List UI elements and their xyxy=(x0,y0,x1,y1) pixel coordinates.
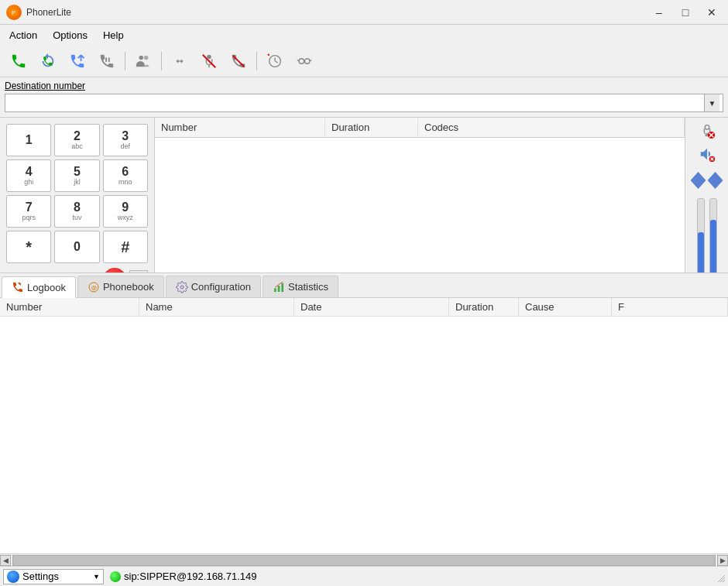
scroll-right-button[interactable]: ▶ xyxy=(717,555,728,566)
log-header-flag: F xyxy=(612,298,728,316)
dialpad-btn-8[interactable]: 8 tuv xyxy=(54,195,99,228)
vol-slider-arrows xyxy=(691,172,723,189)
resize-grip[interactable] xyxy=(714,571,725,582)
settings-dropdown[interactable]: Settings ▼ xyxy=(3,569,104,584)
tab-configuration-label: Configuration xyxy=(191,281,251,293)
mic-vol-fill xyxy=(698,232,704,272)
dialpad-row-2: 4 ghi 5 jkl 6 mno xyxy=(6,159,148,192)
tab-phonebook[interactable]: @ Phonebook xyxy=(77,276,164,297)
tabs-row: Logbook @ Phonebook Configuration Stati xyxy=(0,273,728,298)
hold-button[interactable] xyxy=(93,49,121,74)
log-header-date: Date xyxy=(294,298,449,316)
record-button[interactable] xyxy=(261,49,289,74)
menu-action[interactable]: Action xyxy=(3,28,43,43)
toolbar-separator-3 xyxy=(256,52,257,70)
sip-status: sip:SIPPER@192.168.71.149 xyxy=(110,571,256,582)
dialpad-btn-5[interactable]: 5 jkl xyxy=(54,159,99,192)
dialpad-btn-0[interactable]: 0 xyxy=(54,231,99,263)
toolbar-separator-1 xyxy=(125,52,125,70)
logbook-table: Number Name Date Duration Cause F xyxy=(0,298,728,553)
log-header-duration: Duration xyxy=(449,298,519,316)
dialpad-btn-2[interactable]: 2 abc xyxy=(54,124,99,156)
main-content: 1 2 abc 3 def 4 ghi 5 jkl 6 mno xyxy=(0,118,728,272)
destination-input-wrapper: ▼ xyxy=(5,94,723,112)
svg-line-37 xyxy=(723,580,725,582)
tab-statistics[interactable]: Statistics xyxy=(263,276,338,297)
vol-arrow-left xyxy=(691,172,706,189)
speaker-vol-fill xyxy=(710,220,716,272)
toolbar xyxy=(0,45,728,77)
scroll-left-button[interactable]: ◀ xyxy=(0,555,11,566)
call-header-duration: Duration xyxy=(325,118,418,136)
close-button[interactable]: ✕ xyxy=(702,5,722,19)
hangup-button[interactable] xyxy=(225,49,252,74)
dialpad-row-1: 1 2 abc 3 def xyxy=(6,124,148,156)
svg-line-13 xyxy=(268,53,270,55)
window-controls: – □ ✕ xyxy=(649,5,722,19)
destination-area: Destination number ▼ xyxy=(0,77,728,118)
status-bar: Settings ▼ sip:SIPPER@192.168.71.149 xyxy=(0,566,728,586)
call-list-area: Number Duration Codecs xyxy=(155,118,685,272)
call-button[interactable] xyxy=(5,49,33,74)
minimize-button[interactable]: – xyxy=(649,5,669,19)
dialpad-btn-9[interactable]: 9 wxyz xyxy=(103,195,148,228)
dialpad-btn-1[interactable]: 1 xyxy=(6,124,51,156)
dialpad-btn-4[interactable]: 4 ghi xyxy=(6,159,51,192)
dialpad-btn-3[interactable]: 3 def xyxy=(103,124,148,156)
dialpad-btn-star[interactable]: * xyxy=(6,231,51,263)
sip-address: sip:SIPPER@192.168.71.149 xyxy=(124,571,256,582)
svg-point-19 xyxy=(705,125,709,130)
settings-dropdown-arrow: ▼ xyxy=(93,573,100,581)
scroll-thumb[interactable] xyxy=(12,555,716,566)
app-title: PhonerLite xyxy=(26,7,649,18)
dialpad-btn-6[interactable]: 6 mno xyxy=(103,159,148,192)
dialpad-btn-hash[interactable]: # xyxy=(103,231,148,263)
svg-rect-35 xyxy=(281,283,283,291)
call-header-codecs: Codecs xyxy=(418,118,685,136)
settings-label: Settings xyxy=(22,571,59,582)
speaker-vol-track[interactable] xyxy=(709,198,717,272)
menu-options[interactable]: Options xyxy=(46,28,94,43)
redial-button[interactable] xyxy=(34,49,62,74)
dialpad-btn-7[interactable]: 7 pqrs xyxy=(6,195,51,228)
tab-statistics-label: Statistics xyxy=(288,281,328,293)
horizontal-scrollbar[interactable]: ◀ ▶ xyxy=(0,553,728,566)
volume-controls xyxy=(685,118,728,272)
mic-vol-track[interactable] xyxy=(697,198,705,272)
svg-point-5 xyxy=(144,55,149,60)
title-bar: P PhonerLite – □ ✕ xyxy=(0,0,728,25)
destination-input[interactable] xyxy=(9,98,704,109)
log-header-number: Number xyxy=(0,298,139,316)
call-header-number: Number xyxy=(155,118,325,136)
svg-point-14 xyxy=(299,58,304,63)
sip-status-dot xyxy=(110,571,121,582)
bottom-section: Logbook @ Phonebook Configuration Stati xyxy=(0,272,728,566)
svg-point-4 xyxy=(139,55,144,60)
menu-help[interactable]: Help xyxy=(97,28,130,43)
tab-logbook[interactable]: Logbook xyxy=(2,276,76,298)
video-button[interactable] xyxy=(290,49,318,74)
call-list-body xyxy=(155,138,685,272)
speaker-icon-muted xyxy=(697,146,717,163)
svg-rect-34 xyxy=(278,286,280,292)
destination-dropdown-button[interactable]: ▼ xyxy=(704,94,719,111)
svg-text:@: @ xyxy=(91,283,97,290)
svg-rect-3 xyxy=(108,57,110,62)
app-icon: P xyxy=(6,5,22,20)
dialpad-row-4: * 0 # xyxy=(6,231,148,263)
destination-label: Destination number xyxy=(5,81,723,91)
mute-button[interactable] xyxy=(195,49,223,74)
pickup-button[interactable] xyxy=(64,49,91,74)
dialpad-row-3: 7 pqrs 8 tuv 9 wxyz xyxy=(6,195,148,228)
contacts-button[interactable] xyxy=(129,49,157,74)
tab-configuration[interactable]: Configuration xyxy=(166,276,261,297)
svg-point-15 xyxy=(304,58,309,63)
menu-bar: Action Options Help xyxy=(0,25,728,45)
logbook-header: Number Name Date Duration Cause F xyxy=(0,298,728,317)
maximize-button[interactable]: □ xyxy=(675,5,695,19)
log-header-name: Name xyxy=(139,298,294,316)
transfer-button[interactable] xyxy=(166,49,194,74)
toolbar-separator-2 xyxy=(161,52,162,70)
tab-phonebook-label: Phonebook xyxy=(103,281,154,293)
statistics-icon xyxy=(273,281,285,293)
